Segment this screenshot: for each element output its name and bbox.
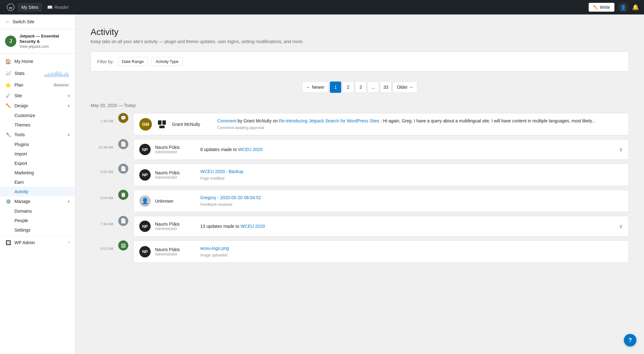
design-icon: ✏️ (5, 103, 11, 108)
unknown-avatar: 👤 (139, 195, 151, 207)
activity-card-3: NP Nauris Pūķis Administrator WCEU 2020 … (133, 164, 629, 186)
site-nav-icon: 🖊 (5, 93, 11, 98)
page-33-button[interactable]: 33 (380, 81, 391, 93)
sidebar-item-export[interactable]: Export (0, 159, 75, 168)
page-3-button[interactable]: 3 (355, 81, 366, 93)
sidebar-item-earn[interactable]: Earn (0, 177, 75, 187)
activity-item-2: 10:48 AM 📄 NP Nauris Pūķis Administrator… (91, 139, 629, 160)
settings-label: Settings (14, 228, 31, 233)
nauris-initials-3: NP (142, 172, 148, 177)
svg-rect-1 (162, 120, 166, 125)
sidebar-divider (0, 236, 75, 236)
page-activity-icon-3: 📄 (118, 164, 128, 174)
activity-content-1: Comment by Grant McNulty on Re-introduci… (217, 118, 623, 131)
page-ellipsis-button[interactable]: ... (368, 81, 379, 93)
export-label: Export (14, 161, 27, 166)
expand-button-5[interactable]: ∨ (619, 223, 623, 230)
sidebar-item-wp-admin[interactable]: 🔲 WP Admin ↗ (0, 238, 75, 248)
newer-label: Newer (312, 85, 325, 90)
sidebar-item-activity[interactable]: Activity (0, 187, 75, 196)
user-avatar[interactable]: 👤 (618, 2, 628, 12)
nauris-role-3: Administrator (155, 175, 196, 180)
sidebar-item-domains[interactable]: Domains (0, 206, 75, 216)
activity-card-6: NP Nauris Pūķis Administrator wceu-logo.… (133, 240, 629, 263)
sidebar-item-plugins[interactable]: Plugins (0, 140, 75, 149)
page-33-label: 33 (383, 85, 388, 90)
sidebar-item-design[interactable]: ✏️ Design ∧ (0, 101, 75, 111)
my-home-label: My Home (14, 59, 70, 64)
site-icon-letter: J (9, 38, 12, 44)
wp-admin-label: WP Admin (14, 240, 64, 245)
activity-icon-col-4: 📋 (118, 190, 128, 200)
activity-time-4: 8:04 AM (91, 190, 113, 200)
jetpack-search-link[interactable]: Re-introducing Jetpack Search for WordPr… (279, 118, 380, 123)
nauris-name-5: Nauris Pūķis (155, 222, 196, 227)
activity-card-4: 👤 Unknown Gregory - 2020-05-20 08:04:52 … (133, 190, 629, 212)
date-range-filter[interactable]: Date Range (118, 57, 148, 66)
activity-type-filter[interactable]: Activity Type (152, 57, 183, 66)
sidebar-item-tools[interactable]: 🔧 Tools ∧ (0, 130, 75, 140)
wceu-logo-link[interactable]: wceu-logo.png (200, 246, 229, 251)
nauris-avatar-5: NP (139, 221, 151, 232)
sidebar-item-themes[interactable]: Themes (0, 120, 75, 130)
reader-tab[interactable]: 📖 Reader (43, 3, 73, 12)
nauris-name-3: Nauris Pūķis (155, 170, 196, 175)
sidebar-item-plan[interactable]: ⭐ Plan Business (0, 80, 75, 91)
sidebar-item-customize[interactable]: Customize (0, 111, 75, 120)
sidebar-item-import[interactable]: Import (0, 149, 75, 159)
activity-icon-col-5: 📄 (118, 216, 128, 226)
nauris-role-2: Administrator (155, 150, 196, 154)
wp-admin-icon: 🔲 (5, 240, 11, 245)
activity-meta-3: Page modified (200, 176, 623, 181)
switch-site-label: Switch Site (13, 19, 34, 24)
activity-text-5: 13 updates made to WCEU 2020 (200, 224, 265, 229)
plan-badge: Business (52, 83, 70, 87)
activity-content-5: 13 updates made to WCEU 2020 (200, 223, 614, 230)
notifications-bell[interactable]: 🔔 (632, 4, 639, 11)
grant-user-info: Grant McNulty (172, 122, 213, 127)
wceu-link-2[interactable]: WCEU 2020 (238, 147, 263, 152)
app-body: ← Switch Site J Jetpack — Essential Secu… (0, 14, 644, 354)
grant-initials: GM (142, 122, 149, 127)
wceu-link-5[interactable]: WCEU 2020 (241, 224, 265, 229)
activity-time-6: 6:02 AM (91, 240, 113, 250)
page-2-label: 2 (347, 85, 349, 90)
page-1-button[interactable]: 1 (330, 81, 341, 93)
activity-item-3: 8:56 AM 📄 NP Nauris Pūķis Administrator … (91, 164, 629, 186)
my-sites-tab[interactable]: My Sites (18, 3, 42, 12)
write-button[interactable]: ✏️ Write (589, 3, 614, 12)
grant-avatar: GM (139, 118, 152, 131)
people-label: People (14, 218, 28, 223)
activity-time-3: 8:56 AM (91, 164, 113, 174)
gregory-feedback-link[interactable]: Gregory - 2020-05-20 08:04:52 (200, 195, 261, 200)
page-activity-icon-5: 📄 (118, 216, 128, 226)
sidebar-item-stats[interactable]: 📈 Stats (0, 67, 75, 80)
date-heading: May 20, 2020 — Today (91, 103, 629, 108)
wceu-backup-link[interactable]: WCEU 2020 - Backup (200, 169, 243, 174)
home-icon: 🏠 (5, 59, 11, 65)
sidebar-item-manage[interactable]: ⚙️ Manage ∧ (0, 196, 75, 206)
sidebar-item-my-home[interactable]: 🏠 My Home (0, 56, 75, 67)
site-details: Jetpack — Essential Security & View jetp… (19, 34, 70, 49)
avatar-icon: 👤 (620, 4, 626, 10)
comment-link[interactable]: Comment (217, 118, 236, 123)
sidebar-item-people[interactable]: People (0, 216, 75, 225)
feedback-activity-icon: 📋 (118, 190, 128, 200)
plugins-label: Plugins (14, 142, 29, 147)
activity-meta-1: Comment awaiting approval (217, 125, 623, 131)
wordpress-logo (5, 2, 16, 13)
newer-button[interactable]: ← Newer (302, 81, 329, 93)
expand-button-2[interactable]: ∨ (619, 146, 623, 153)
older-button[interactable]: Older → (393, 81, 417, 93)
sidebar-item-settings[interactable]: Settings (0, 225, 75, 235)
newer-arrow-icon: ← (306, 85, 311, 90)
help-button[interactable]: ? (624, 334, 636, 346)
page-2-button[interactable]: 2 (342, 81, 354, 93)
sidebar-item-site[interactable]: 🖊 Site ∨ (0, 91, 75, 101)
nauris-name-2: Nauris Pūķis (155, 145, 196, 150)
activity-content-3: WCEU 2020 - Backup Page modified (200, 168, 623, 181)
filter-bar: Filter by: Date Range Activity Type (91, 52, 629, 71)
sidebar-item-marketing[interactable]: Marketing (0, 168, 75, 177)
comment-activity-icon: 💬 (118, 113, 128, 123)
switch-site-button[interactable]: ← Switch Site (0, 14, 75, 29)
